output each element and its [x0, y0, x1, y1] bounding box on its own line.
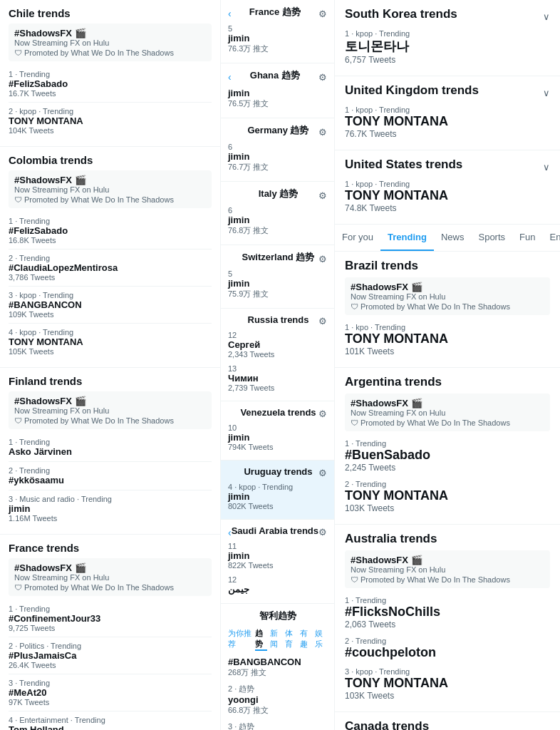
promoted-icon: 🛡 — [351, 418, 358, 427]
argentina-section: Argentina trends #ShadowsFX 🎬 Now Stream… — [335, 368, 560, 525]
nav-foryou[interactable]: 为你推荐 — [228, 628, 252, 651]
chevron-down-icon[interactable]: ∨ — [543, 162, 550, 173]
left-arrow-icon[interactable]: ‹ — [228, 71, 232, 83]
mid-italy-trend[interactable]: 6 jimin 76.8万 推文 — [228, 203, 327, 239]
chevron-down-icon[interactable]: ∨ — [543, 11, 550, 22]
gear-icon[interactable]: ⚙ — [318, 408, 327, 419]
colombia-trend-2[interactable]: 2 · Trending #ClaudiaLopezMentirosa 3,78… — [9, 250, 212, 287]
gear-icon[interactable]: ⚙ — [318, 316, 327, 327]
south-korea-trend-1[interactable]: 1 · kpop · Trending 토니몬타나 6,757 Tweets — [345, 26, 550, 68]
mid-france-trend[interactable]: 5 jimin 76.3万 推文 — [228, 21, 327, 57]
mid-venezuela-trend[interactable]: 10 jimin 794K Tweets — [228, 421, 327, 454]
chile-promo-name: #ShadowsFX 🎬 — [14, 28, 206, 38]
chile-cn-trend-3[interactable]: 3 · 趋势 jimin 99.3万 推文 — [228, 719, 327, 730]
gear-icon[interactable]: ⚙ — [318, 527, 327, 538]
finland-section: Finland trends #ShadowsFX 🎬 Now Streamin… — [0, 368, 220, 535]
france-trend-3[interactable]: 3 · Trending #MeAt20 97K Tweets — [9, 674, 212, 711]
canada-section: Canada trends #ShadowsFX 🎬 Now Streaming… — [335, 712, 560, 730]
chile-trend-1[interactable]: 1 · Trending #FelizSabado 16.7K Tweets — [9, 66, 212, 103]
mid-russia-trend-2[interactable]: 13 Чимин 2,739 Tweets — [228, 361, 327, 395]
brazil-trend-1[interactable]: 1 · kpo · Trending TONY MONTANA 101K Twe… — [345, 319, 550, 360]
mid-ghana-section: ‹ Ghana 趋势 ⚙ jimin 76.5万 推文 — [221, 63, 334, 118]
mid-switzerland-section: Switzerland 趋势 ⚙ 5 jimin 75.9万 推文 — [221, 245, 334, 309]
tab-entertainment[interactable]: Entertainment — [542, 225, 560, 251]
argentina-trend-1[interactable]: 1 · Trending #BuenSabado 2,245 Tweets — [345, 436, 550, 476]
promoted-icon: 🛡 — [351, 302, 358, 311]
uk-trend-1[interactable]: 1 · kpop · Trending TONY MONTANA 76.7K T… — [345, 102, 550, 143]
argentina-trend-2[interactable]: 2 · Trending TONY MONTANA 103K Tweets — [345, 476, 550, 517]
colombia-trend-1[interactable]: 1 · Trending #FelizSabado 16.8K Tweets — [9, 212, 212, 250]
right-column: South Korea trends ∨ 1 · kpop · Trending… — [335, 0, 560, 730]
left-column: Chile trends #ShadowsFX 🎬 Now Streaming … — [0, 0, 221, 730]
argentina-promo[interactable]: #ShadowsFX 🎬 Now Streaming FX on Hulu 🛡 … — [345, 394, 550, 431]
us-section: United States trends ∨ 1 · kpop · Trendi… — [335, 150, 560, 225]
nav-entertainment[interactable]: 娱乐 — [315, 628, 327, 651]
mid-uruguay-trend[interactable]: 4 · kpop · Trending jimin 802K Tweets — [228, 480, 327, 513]
france-left-promo[interactable]: #ShadowsFX 🎬 Now Streaming FX on Hulu 🛡 … — [9, 558, 212, 596]
tab-news[interactable]: News — [434, 225, 472, 251]
australia-promo[interactable]: #ShadowsFX 🎬 Now Streaming FX on Hulu 🛡 … — [345, 550, 550, 588]
france-left-title: France trends — [9, 542, 212, 554]
gear-icon[interactable]: ⚙ — [318, 468, 327, 478]
promoted-icon: 🛡 — [14, 416, 22, 425]
france-trend-2[interactable]: 2 · Politics · Trending #PlusJamaisCa 26… — [9, 637, 212, 674]
mid-venezuela-section: Venezuela trends ⚙ 10 jimin 794K Tweets — [221, 401, 334, 461]
tab-trending[interactable]: Trending — [380, 225, 434, 251]
france-trend-1[interactable]: 1 · Trending #ConfinementJour33 9,725 Tw… — [9, 600, 212, 637]
chile-promo-sub: Now Streaming FX on Hulu — [14, 38, 206, 47]
chile-cn-trend-2[interactable]: 2 · 趋势 yoongi 66.8万 推文 — [228, 681, 327, 719]
gear-icon[interactable]: ⚙ — [318, 190, 327, 201]
australia-title: Australia trends — [345, 532, 550, 546]
australia-trend-2[interactable]: 2 · Trending #couchpeloton — [345, 633, 550, 664]
nav-sports[interactable]: 体育 — [285, 628, 297, 651]
page-container: Chile trends #ShadowsFX 🎬 Now Streaming … — [0, 0, 560, 730]
mid-italy-section: Italy 趋势 ⚙ 6 jimin 76.8万 推文 — [221, 182, 334, 245]
mid-france-section: ‹ France 趋势 ⚙ 5 jimin 76.3万 推文 — [221, 0, 334, 63]
nav-news[interactable]: 新闻 — [270, 628, 282, 651]
colombia-title: Colombia trends — [9, 154, 212, 166]
mid-germany-section: Germany 趋势 ⚙ 6 jimin 76.7万 推文 — [221, 118, 334, 182]
canada-title: Canada trends — [345, 719, 550, 730]
promoted-icon: 🛡 — [14, 48, 22, 57]
mid-germany-trend[interactable]: 6 jimin 76.7万 推文 — [228, 140, 327, 175]
colombia-promo[interactable]: #ShadowsFX 🎬 Now Streaming FX on Hulu 🛡 … — [9, 170, 212, 208]
chevron-down-icon[interactable]: ∨ — [543, 88, 550, 98]
australia-trend-3[interactable]: 3 · kpop · Trending TONY MONTANA 103K Tw… — [345, 664, 550, 704]
australia-trend-1[interactable]: 1 · Trending #FlicksNoChills 2,063 Tweet… — [345, 592, 550, 633]
chile-cn-nav: 为你推荐 趋势 新闻 体育 有趣 娱乐 — [228, 625, 327, 654]
tab-sports[interactable]: Sports — [471, 225, 512, 251]
left-arrow-icon[interactable]: ‹ — [228, 8, 232, 19]
colombia-trend-3[interactable]: 3 · kpop · Trending #BANGBANCON 109K Twe… — [9, 287, 212, 324]
south-korea-section: South Korea trends ∨ 1 · kpop · Trending… — [335, 0, 560, 76]
gear-icon[interactable]: ⚙ — [318, 127, 327, 138]
chile-section: Chile trends #ShadowsFX 🎬 Now Streaming … — [0, 0, 220, 147]
colombia-section: Colombia trends #ShadowsFX 🎬 Now Streami… — [0, 147, 220, 368]
finland-trend-3[interactable]: 3 · Music and radio · Trending jimin 1.1… — [9, 490, 212, 527]
chile-promo[interactable]: #ShadowsFX 🎬 Now Streaming FX on Hulu 🛡 … — [9, 24, 212, 61]
mid-saudi-trend-2[interactable]: 12 جيمن — [228, 572, 327, 597]
us-trend-1[interactable]: 1 · kpop · Trending TONY MONTANA 74.8K T… — [345, 176, 550, 217]
promoted-icon: 🛡 — [14, 195, 22, 204]
gear-icon[interactable]: ⚙ — [318, 254, 327, 264]
tab-fun[interactable]: Fun — [512, 225, 542, 251]
nav-trends[interactable]: 趋势 — [255, 628, 267, 651]
france-trend-4[interactable]: 4 · Entertainment · Trending Tom Holland… — [9, 711, 212, 730]
mid-switzerland-trend[interactable]: 5 jimin 75.9万 推文 — [228, 267, 327, 302]
finland-trend-2[interactable]: 2 · Trending #ykkösaamu — [9, 462, 212, 490]
tab-foryou[interactable]: For you — [335, 225, 380, 251]
gear-icon[interactable]: ⚙ — [318, 72, 327, 83]
gear-icon[interactable]: ⚙ — [318, 9, 327, 19]
finland-title: Finland trends — [9, 375, 212, 387]
chile-trend-2[interactable]: 2 · kpop · Trending TONY MONTANA 104K Tw… — [9, 103, 212, 139]
brazil-promo[interactable]: #ShadowsFX 🎬 Now Streaming FX on Hulu 🛡 … — [345, 277, 550, 315]
argentina-title: Argentina trends — [345, 375, 550, 389]
brazil-title: Brazil trends — [345, 259, 550, 273]
finland-promo[interactable]: #ShadowsFX 🎬 Now Streaming FX on Hulu 🛡 … — [9, 391, 212, 429]
nav-fun[interactable]: 有趣 — [300, 628, 312, 651]
mid-saudi-trend-1[interactable]: 11 jimin 822K Tweets — [228, 539, 327, 572]
chile-cn-trend-1[interactable]: #BANGBANCON 268万 推文 — [228, 654, 327, 681]
mid-ghana-trend[interactable]: jimin 76.5万 推文 — [228, 85, 327, 112]
colombia-trend-4[interactable]: 4 · kpop · Trending TONY MONTANA 105K Tw… — [9, 324, 212, 360]
finland-trend-1[interactable]: 1 · Trending Asko Järvinen — [9, 433, 212, 462]
mid-russia-trend-1[interactable]: 12 Сергей 2,343 Tweets — [228, 328, 327, 361]
